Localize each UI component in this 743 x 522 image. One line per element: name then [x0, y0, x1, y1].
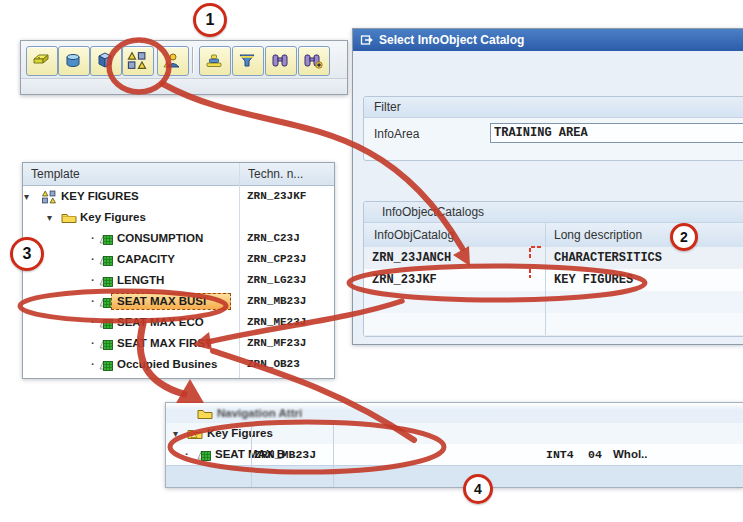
tree-row-occupied-busines[interactable]: · Occupied Busines ZRN_OB23	[23, 354, 334, 375]
detail-row-seat-max-b[interactable]: · SEAT MAX B ZRN_MB23J INT4 04 Whol..	[166, 444, 743, 465]
expander-icon[interactable]: ▾	[24, 186, 29, 207]
tree-row-key-figures-catalog[interactable]: ▾ KEY FIGURES ZRN_23JKF	[23, 186, 334, 207]
step-badge-3: 3	[10, 237, 44, 271]
detail-datatype: INT4	[546, 444, 574, 465]
bullet-icon: ·	[185, 444, 189, 465]
filter-groupbox: Filter InfoArea	[363, 96, 743, 161]
bullet-icon: ·	[91, 228, 95, 249]
tree-row-key-figures-folder[interactable]: ▾ Key Figures	[23, 207, 334, 228]
bullet-icon: ·	[91, 354, 95, 375]
catalogs-group-header: InfoObjectCatalogs	[364, 202, 743, 223]
tree-row-consumption[interactable]: · CONSUMPTION ZRN_C23J	[23, 228, 334, 249]
infoobject-catalog-button[interactable]	[122, 46, 154, 76]
infoarea-button[interactable]	[26, 46, 58, 76]
bullet-icon: ·	[91, 249, 95, 270]
tree-row-length[interactable]: · LENGTH ZRN_LG23J	[23, 270, 334, 291]
key-figure-icon	[99, 232, 114, 245]
key-figure-icon	[197, 448, 212, 461]
infocube-button[interactable]	[90, 46, 122, 76]
tree-row-seat-max-first[interactable]: · SEAT MAX FIRST ZRN_MF23J	[23, 333, 334, 354]
infoarea-label: InfoArea	[374, 127, 419, 141]
screenshot-stage: Select InfoObject Catalog Filter InfoAre…	[0, 0, 743, 522]
stack-icon	[204, 51, 224, 70]
step-badge-1: 1	[193, 3, 227, 37]
tree-row-seat-max-eco[interactable]: · SEAT MAX ECO ZRN_ME23J	[23, 312, 334, 333]
bullet-icon: ·	[91, 270, 95, 291]
tree-row-seat-max-busi-selected[interactable]: · SEAT MAX BUSI ZRN_MB23J	[23, 291, 334, 312]
detail-column-divider	[251, 423, 252, 487]
panel-cut-fade	[166, 403, 743, 410]
detail-description: Whol..	[613, 444, 648, 465]
key-figure-icon	[99, 316, 114, 329]
dialog-titlebar[interactable]: Select InfoObject Catalog	[353, 29, 743, 51]
find-next-button[interactable]	[298, 46, 330, 76]
step-badge-2: 2	[670, 223, 698, 251]
tree-row-capacity[interactable]: · CAPACITY ZRN_CP23J	[23, 249, 334, 270]
cube-icon	[95, 51, 115, 70]
expander-icon[interactable]: ▾	[47, 207, 52, 228]
infoarea-icon	[31, 51, 51, 70]
catalog-row-empty-2[interactable]	[364, 313, 743, 336]
key-figure-icon	[99, 337, 114, 350]
binoculars-icon	[270, 51, 290, 70]
tree-col-template[interactable]: Template	[31, 163, 80, 185]
detail-tech-name: ZRN_MB23J	[254, 444, 316, 465]
sort-button[interactable]	[199, 46, 231, 76]
key-figure-icon	[99, 358, 114, 371]
adopt-icon	[360, 33, 373, 46]
template-tree-panel: Template Techn. n... ▾ KEY FIGURES ZRN_2…	[22, 162, 335, 379]
catalogs-column-divider	[545, 223, 546, 335]
detail-row-key-figures-folder[interactable]: ▾ Key Figures	[166, 423, 743, 444]
toolbar-lower-strip	[21, 78, 347, 94]
bullet-icon: ·	[91, 291, 95, 312]
binoculars-plus-icon	[303, 51, 323, 70]
annotation-arrowhead-3	[176, 379, 204, 403]
tree-header: Template Techn. n...	[23, 163, 334, 186]
folder-icon	[61, 211, 77, 224]
dialog-title: Select InfoObject Catalog	[379, 33, 524, 47]
step-badge-4: 4	[463, 474, 493, 504]
funnel-icon	[237, 51, 257, 70]
bullet-icon: ·	[91, 312, 95, 333]
person-icon	[162, 51, 182, 70]
infoprovider-button[interactable]	[58, 46, 90, 76]
catalog-row-empty-1[interactable]	[364, 291, 743, 314]
key-figure-detail-panel: Navigation Attri ▾ Key Figures · SEAT MA…	[165, 402, 743, 488]
cylinder-icon	[63, 51, 83, 70]
catalog-row-keyfigures[interactable]: ZRN_23JKF KEY FIGURES	[364, 269, 743, 292]
catalog-icon	[127, 51, 147, 70]
detail-row-empty[interactable]	[166, 465, 743, 487]
filter-button[interactable]	[232, 46, 264, 76]
infoarea-input[interactable]	[490, 123, 743, 143]
application-toolbar	[20, 40, 348, 95]
catalog-icon	[41, 190, 57, 204]
detail-length: 04	[588, 444, 602, 465]
col-infoobjcatalog[interactable]: InfoObjCatalog	[374, 223, 454, 247]
select-infoobject-catalog-dialog: Select InfoObject Catalog Filter InfoAre…	[352, 28, 743, 345]
key-figure-icon	[99, 274, 114, 287]
toolbar-separator	[192, 47, 193, 73]
key-figure-icon	[99, 253, 114, 266]
infoobject-catalogs-groupbox: InfoObjectCatalogs InfoObjCatalog Long d…	[363, 201, 743, 337]
filter-group-header: Filter	[364, 97, 743, 118]
tree-col-techname[interactable]: Techn. n...	[248, 163, 303, 185]
bullet-icon: ·	[91, 333, 95, 354]
col-long-description[interactable]: Long description	[554, 223, 642, 247]
folder-icon	[187, 427, 203, 440]
expander-icon[interactable]: ▾	[173, 423, 178, 444]
detail-column-divider	[333, 423, 334, 487]
infoobject-button[interactable]	[157, 46, 189, 76]
find-button[interactable]	[265, 46, 297, 76]
